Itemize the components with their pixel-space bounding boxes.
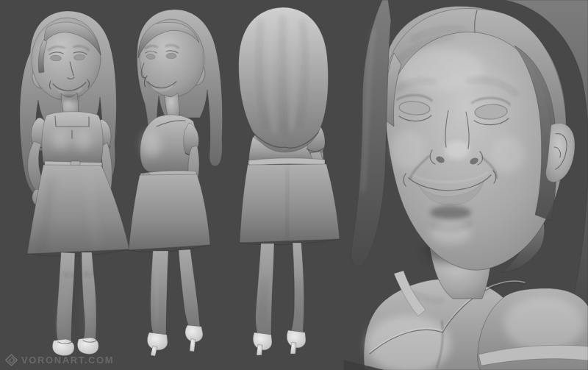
- hair-back: [239, 7, 329, 152]
- nose-tip: [445, 140, 470, 160]
- flat-shoe: [52, 339, 74, 356]
- skirt: [240, 164, 340, 243]
- sculpt-render-canvas: VORONART.COM: [0, 0, 588, 370]
- skirt: [129, 174, 210, 250]
- flat-shoe: [77, 338, 98, 354]
- sculpt-artwork: [0, 0, 588, 370]
- eye: [166, 53, 176, 59]
- chin: [430, 222, 471, 244]
- leg: [151, 251, 168, 336]
